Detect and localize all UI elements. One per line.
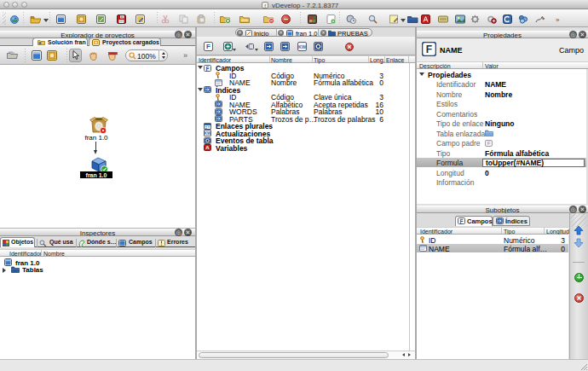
svg-text:F: F: [206, 65, 210, 71]
svg-text:F: F: [206, 43, 210, 50]
svg-text:F: F: [426, 43, 432, 55]
svg-text:KW: KW: [205, 131, 211, 136]
svg-text:KW: KW: [298, 44, 307, 49]
svg-text:F: F: [487, 141, 491, 146]
svg-text:F: F: [460, 218, 464, 224]
svg-text:A: A: [205, 145, 210, 150]
